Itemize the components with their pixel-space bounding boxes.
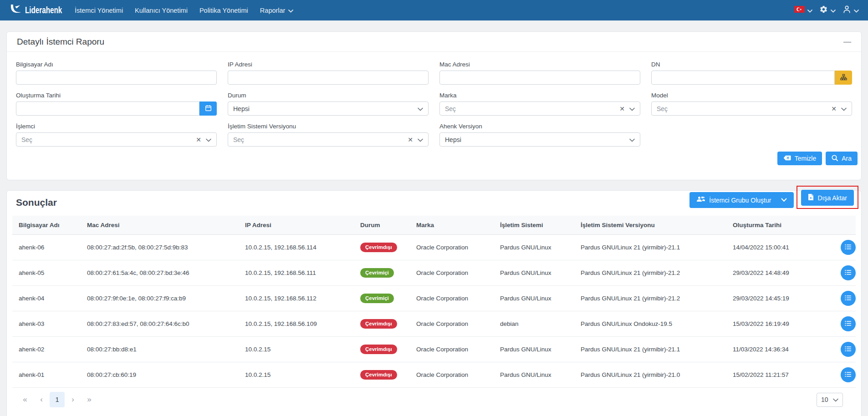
cell-status: Çevrimiçi	[354, 260, 410, 286]
first-page-button[interactable]: «	[17, 395, 33, 404]
ip-address-input[interactable]	[228, 71, 429, 85]
table-row: ahenk-0108:00:27:cb:60:1910.0.2.15Çevrim…	[12, 362, 856, 388]
status-badge: Çevrimdışı	[360, 345, 397, 354]
nav-item-politika-yonetimi[interactable]: Politika Yönetimi	[194, 7, 254, 14]
page-size-select[interactable]: 10	[817, 393, 843, 407]
cell-ip: 10.0.2.15	[239, 362, 354, 388]
brand[interactable]: Liderahenk	[9, 3, 61, 18]
status-badge: Çevrimiçi	[360, 268, 394, 278]
results-actions: İstemci Grubu Oluştur x Dışa Aktar	[689, 192, 858, 208]
nav-item-kullanici-yonetimi[interactable]: Kullanıcı Yönetimi	[129, 7, 194, 14]
brand-name: Liderahenk	[25, 5, 53, 15]
cell-os-version: Pardus GNU/Linux 21 (yirmibir)-21.1	[574, 337, 726, 362]
cell-computer-name: ahenk-04	[12, 286, 81, 311]
clear-button[interactable]: Temizle	[777, 152, 822, 165]
cell-computer-name: ahenk-01	[12, 362, 81, 388]
dn-tree-select-button[interactable]	[835, 71, 852, 85]
clear-icon[interactable]: ✕	[196, 136, 201, 143]
field-ahenk-version: Ahenk Versiyon Hepsi	[439, 123, 640, 147]
cell-os-version: Pardus GNU/Linux 21 (yirmibir)-21.2	[574, 260, 726, 286]
cell-status: Çevrimdışı	[354, 337, 410, 362]
cell-ip: 10.0.2.15, 192.168.56.112	[239, 286, 354, 311]
row-menu-button[interactable]	[841, 367, 856, 382]
status-badge: Çevrimiçi	[360, 294, 394, 303]
next-page-button[interactable]: ›	[65, 395, 81, 404]
cpu-label: İşlemci	[16, 123, 217, 130]
cell-mac: 08:00:27:9f:0e:1e, 08:00:27:f9:ca:b9	[81, 286, 239, 311]
brand-select[interactable]: Seç ✕	[439, 101, 640, 116]
settings-menu[interactable]	[819, 5, 836, 15]
list-icon	[845, 346, 852, 353]
field-dn: DN	[651, 61, 852, 85]
clear-icon[interactable]: ✕	[408, 136, 413, 143]
cpu-select[interactable]: Seç ✕	[16, 132, 217, 147]
cell-actions	[834, 260, 856, 286]
chevron-down-icon	[807, 6, 812, 15]
table-row: ahenk-0608:00:27:ad:2f:5b, 08:00:27:5d:9…	[12, 235, 856, 260]
mac-address-input[interactable]	[439, 71, 640, 85]
page-number-current[interactable]: 1	[50, 392, 65, 407]
chevron-down-icon	[831, 6, 836, 15]
sitemap-icon	[840, 74, 847, 82]
cell-actions	[834, 337, 856, 362]
cell-mac: 08:00:27:bb:d8:e1	[81, 337, 239, 362]
language-menu[interactable]	[794, 6, 812, 15]
ahenk-version-select[interactable]: Hepsi	[439, 132, 640, 147]
user-menu[interactable]	[842, 5, 859, 15]
list-icon	[845, 371, 852, 379]
col-created: Oluşturma Tarihi	[726, 216, 834, 235]
os-version-label: İşletim Sistemi Versiyonu	[228, 123, 429, 130]
cell-computer-name: ahenk-02	[12, 337, 81, 362]
created-date-input[interactable]	[16, 101, 199, 116]
row-menu-button[interactable]	[841, 240, 856, 255]
chevron-down-icon	[629, 105, 635, 112]
table-row: ahenk-0308:00:27:83:ed:57, 08:00:27:64:6…	[12, 311, 856, 337]
search-button[interactable]: Ara	[826, 152, 858, 165]
status-select[interactable]: Hepsi	[228, 101, 429, 116]
cell-actions	[834, 362, 856, 388]
field-model: Model Seç ✕	[651, 92, 852, 116]
list-icon	[845, 320, 852, 328]
list-icon	[845, 295, 852, 302]
clear-icon[interactable]: ✕	[831, 105, 837, 112]
col-os-version: İşletim Sistemi Versiyonu	[574, 216, 726, 235]
os-version-select[interactable]: Seç ✕	[228, 132, 429, 147]
prev-page-button[interactable]: ‹	[33, 395, 50, 404]
cell-status: Çevrimiçi	[354, 286, 410, 311]
collapse-icon[interactable]: —	[843, 37, 851, 46]
cell-created: 15/03/2022 16:19:49	[726, 311, 834, 337]
date-picker-button[interactable]	[199, 101, 217, 116]
clear-icon[interactable]: ✕	[619, 105, 625, 112]
cell-os-version: Pardus GNU/Linux 21 (yirmibir)-21.1	[574, 235, 726, 260]
field-created-date: Oluşturma Tarihi	[16, 92, 217, 116]
cell-created: 29/03/2022 14:45:19	[726, 286, 834, 311]
col-status: Durum	[354, 216, 410, 235]
cell-os-version: Pardus GNU/Linux 21 (yirmibir)-21.0	[574, 362, 726, 388]
cell-mac: 08:00:27:61:5a:4c, 08:00:27:bd:3e:46	[81, 260, 239, 286]
row-menu-button[interactable]	[841, 316, 856, 331]
row-menu-button[interactable]	[841, 265, 856, 280]
create-client-group-button[interactable]: İstemci Grubu Oluştur	[689, 192, 794, 208]
table-row: ahenk-0408:00:27:9f:0e:1e, 08:00:27:f9:c…	[12, 286, 856, 311]
computer-name-label: Bilgisayar Adı	[16, 61, 217, 68]
dn-input[interactable]	[651, 71, 835, 85]
chevron-down-icon	[629, 136, 635, 143]
computer-name-input[interactable]	[16, 71, 217, 85]
row-menu-button[interactable]	[841, 291, 856, 306]
ip-address-label: IP Adresi	[228, 61, 429, 68]
row-menu-button[interactable]	[841, 342, 856, 357]
excel-file-icon: x	[808, 193, 814, 202]
model-select[interactable]: Seç ✕	[651, 101, 852, 116]
last-page-button[interactable]: »	[81, 395, 97, 404]
results-table-body: ahenk-0608:00:27:ad:2f:5b, 08:00:27:5d:9…	[12, 235, 856, 388]
cell-os: Pardus GNU/Linux	[494, 286, 574, 311]
results-card: Sonuçlar İstemci Grubu Oluştur x Dışa Ak…	[6, 190, 862, 416]
nav-item-raporlar[interactable]: Raporlar	[254, 7, 300, 14]
export-button[interactable]: x Dışa Aktar	[801, 190, 854, 206]
nav-item-istemci-yonetimi[interactable]: İstemci Yönetimi	[69, 7, 129, 14]
table-header-row: Bilgisayar Adı Mac Adresi IP Adresi Duru…	[12, 216, 856, 235]
liderahenk-logo-icon	[9, 3, 23, 18]
cell-actions	[834, 286, 856, 311]
field-computer-name: Bilgisayar Adı	[16, 61, 217, 85]
search-icon	[832, 155, 838, 162]
